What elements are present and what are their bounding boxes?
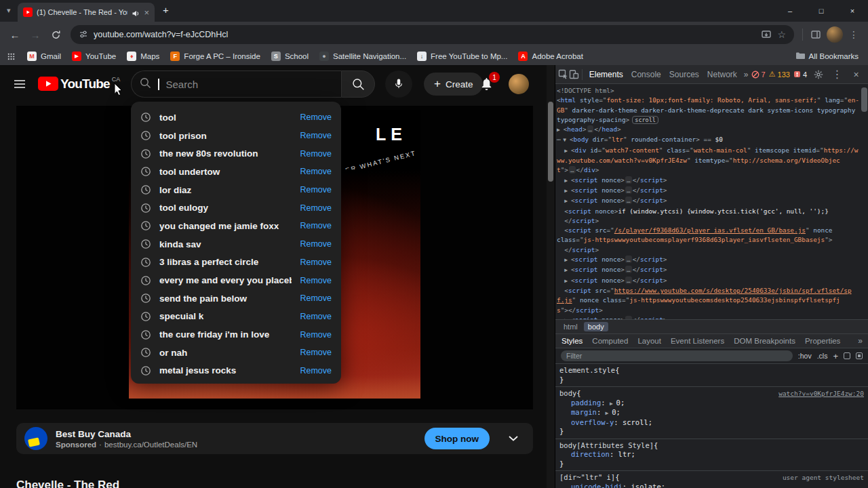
layout-grid-icon[interactable]: [856, 352, 863, 359]
suggestion-remove-link[interactable]: Remove: [300, 258, 332, 267]
panel-tab-event-listeners[interactable]: Event Listeners: [666, 334, 729, 348]
bookmark-item-gmail[interactable]: MGmail: [22, 50, 66, 62]
reload-button[interactable]: [46, 25, 65, 44]
search-suggestion[interactable]: toolRemove: [131, 108, 341, 127]
bookmark-item-forge[interactable]: FForge A PC – Ironside: [165, 50, 265, 62]
rule-selector[interactable]: element.style: [559, 366, 615, 375]
css-property[interactable]: direction: ltr;: [559, 450, 864, 460]
css-rule[interactable]: body[Attributes Style] {direction: ltr;}: [555, 439, 868, 472]
close-window-button[interactable]: ×: [837, 0, 868, 22]
dom-tree-line[interactable]: ▶ <script nonce>…</script>: [557, 186, 864, 196]
all-bookmarks-button[interactable]: All Bookmarks: [795, 50, 862, 62]
search-suggestion[interactable]: the cure friday i'm in loveRemove: [131, 325, 341, 344]
search-suggestion[interactable]: tool eulogyRemove: [131, 199, 341, 217]
apps-grid-icon[interactable]: [7, 52, 16, 61]
devtools-tab-elements[interactable]: Elements: [585, 65, 627, 83]
search-input[interactable]: Search: [131, 70, 341, 98]
suggestion-remove-link[interactable]: Remove: [300, 330, 332, 340]
dom-tree-line[interactable]: ▶ <script nonce>…</script>: [557, 176, 864, 186]
error-badge[interactable]: 7: [751, 70, 766, 79]
suggestion-remove-link[interactable]: Remove: [300, 348, 332, 357]
suggestion-remove-link[interactable]: Remove: [300, 312, 332, 321]
ad-banner[interactable]: Best Buy Canada Sponsored · bestbuy.ca/O…: [16, 423, 533, 454]
suggestion-remove-link[interactable]: Remove: [300, 221, 332, 230]
dom-tree-line[interactable]: <script src="/s/player/f9368d63/player_i…: [557, 226, 864, 235]
profile-avatar[interactable]: [826, 26, 844, 43]
dom-tree-line[interactable]: ⋯ ▼ <body dir="ltr" rounded-container> =…: [557, 135, 864, 145]
search-suggestion[interactable]: or nahRemove: [131, 344, 341, 362]
bookmark-item-school[interactable]: SSchool: [267, 50, 313, 62]
panel-tab-layout[interactable]: Layout: [633, 334, 666, 348]
search-button[interactable]: [341, 70, 375, 98]
suggestion-remove-link[interactable]: Remove: [300, 185, 332, 195]
toggle-hover-state-button[interactable]: :hov: [798, 352, 812, 360]
dom-tree-line[interactable]: </script>: [557, 216, 864, 226]
suggestion-remove-link[interactable]: Remove: [300, 167, 332, 176]
rule-selector[interactable]: [dir~"ltr" i]: [559, 473, 615, 483]
dom-tree-line[interactable]: ▶ <head>…</head>: [557, 125, 864, 135]
search-suggestion[interactable]: metal jesus rocksRemove: [131, 362, 341, 380]
breadcrumb-body[interactable]: body: [584, 322, 608, 331]
rule-selector[interactable]: body: [559, 389, 576, 399]
css-property[interactable]: margin: ▶ 0;: [559, 408, 864, 418]
minimize-button[interactable]: –: [774, 0, 806, 22]
bookmark-item-converter[interactable]: ↓Free YouTube to Mp...: [412, 50, 512, 62]
search-suggestion[interactable]: every me and every you placeboRemove: [131, 271, 341, 289]
devtools-menu-icon[interactable]: ⋮: [829, 66, 845, 82]
devtools-tab-network[interactable]: Network: [703, 65, 741, 83]
youtube-logo[interactable]: YouTube CA: [38, 77, 120, 91]
search-suggestion[interactable]: send the pain belowRemove: [131, 289, 341, 308]
css-property[interactable]: padding: ▶ 0;: [559, 399, 864, 409]
search-suggestion[interactable]: 3 libras a perfect circleRemove: [131, 253, 341, 272]
back-button[interactable]: ←: [5, 25, 24, 44]
issues-badge[interactable]: 4: [793, 70, 807, 79]
suggestion-remove-link[interactable]: Remove: [300, 276, 332, 285]
devtools-close-icon[interactable]: ×: [848, 66, 864, 82]
dom-tree-line[interactable]: ww.youtube.com/watch?v=v0KpfrJE4zw" item…: [557, 156, 864, 165]
devtools-scrollbar-thumb[interactable]: [861, 87, 867, 112]
settings-gear-icon[interactable]: [810, 66, 826, 82]
rule-selector[interactable]: body[Attributes Style]: [559, 441, 654, 451]
site-info-icon[interactable]: [79, 30, 88, 39]
search-suggestion[interactable]: tool prisonRemove: [131, 127, 341, 145]
toggle-class-button[interactable]: .cls: [817, 352, 828, 360]
dom-tree-line[interactable]: typography-spacing>scroll: [557, 115, 864, 125]
tab-audio-icon[interactable]: [132, 8, 140, 16]
more-panel-tabs-icon[interactable]: »: [858, 336, 868, 346]
shop-now-button[interactable]: Shop now: [425, 428, 490, 449]
screen-share-icon[interactable]: [761, 29, 772, 40]
dom-tree-line[interactable]: s"></script>: [557, 306, 864, 315]
suggestion-remove-link[interactable]: Remove: [300, 149, 332, 159]
dom-tree-line[interactable]: </script>: [557, 245, 864, 255]
panel-tab-dom-breakpoints[interactable]: DOM Breakpoints: [729, 334, 800, 348]
side-panel-icon[interactable]: [807, 29, 825, 40]
search-suggestion[interactable]: the new 80s revolutionRemove: [131, 144, 341, 163]
styles-filter-input[interactable]: Filter: [561, 350, 793, 361]
dom-tree-line[interactable]: <script src="https://www.youtube.com/s/d…: [557, 286, 864, 296]
browser-menu-icon[interactable]: ⋮: [845, 29, 863, 40]
devtools-tab-console[interactable]: Console: [627, 65, 665, 83]
suggestion-remove-link[interactable]: Remove: [300, 131, 332, 140]
panel-tab-properties[interactable]: Properties: [800, 334, 845, 348]
page-scrollbar[interactable]: [547, 65, 555, 488]
css-rule[interactable]: element.style {}: [555, 364, 868, 387]
device-toolbar-icon[interactable]: [569, 66, 579, 82]
dom-tree-line[interactable]: ▶ <script nonce>…</script>: [557, 196, 864, 206]
computed-panel-icon[interactable]: [844, 352, 850, 359]
suggestion-remove-link[interactable]: Remove: [300, 366, 332, 375]
url-text[interactable]: youtube.com/watch?v=f-eJcCDhHcl: [94, 30, 755, 39]
maximize-button[interactable]: □: [806, 0, 837, 22]
breadcrumb-html[interactable]: html: [559, 322, 582, 331]
search-suggestion[interactable]: specuial kRemove: [131, 308, 341, 326]
dom-tree-line[interactable]: <script nonce>if (window.ytcsi) {window.…: [557, 207, 864, 216]
more-tabs-icon[interactable]: »: [742, 70, 751, 79]
forward-button[interactable]: →: [26, 25, 45, 44]
search-suggestion[interactable]: lor diazRemove: [131, 181, 341, 199]
dom-tree-line[interactable]: class="js-httpswwwyoutubecomsplayerf9368…: [557, 235, 864, 245]
panel-tab-computed[interactable]: Computed: [587, 334, 633, 348]
dom-tree-line[interactable]: ▶ <div id="watch7-content" class="watch-…: [557, 146, 864, 156]
bookmark-star-icon[interactable]: ☆: [777, 29, 786, 40]
suggestion-remove-link[interactable]: Remove: [300, 239, 332, 249]
user-avatar[interactable]: [509, 74, 529, 94]
search-suggestion[interactable]: kinda savRemove: [131, 235, 341, 253]
